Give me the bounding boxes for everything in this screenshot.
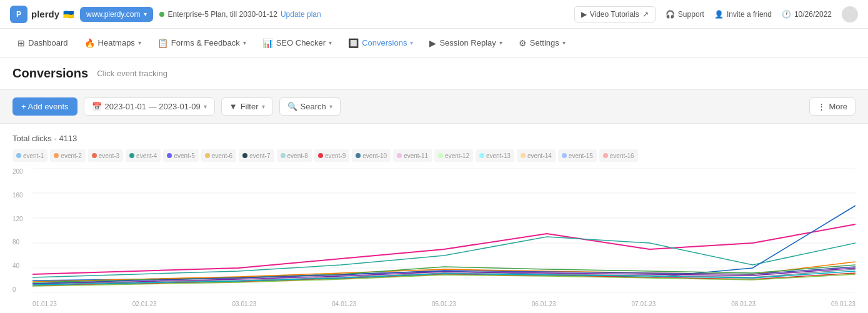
legend-item: event-9 [314,149,349,162]
total-clicks-label: Total clicks - 4113 [12,134,856,143]
nav-label-heatmaps: Heatmaps [98,38,135,47]
legend-item: event-13 [476,149,514,162]
topbar-left: P plerdy 🇺🇦 www.plerdy.com ▾ Enterprise-… [10,6,321,23]
search-chevron-icon: ▾ [329,103,332,110]
chart-container: Total clicks - 4113 event-1event-2event-… [0,123,868,313]
nav-item-heatmaps[interactable]: 🔥 Heatmaps ▾ [77,33,149,53]
legend-item: event-2 [50,149,85,162]
plan-status-dot [159,12,164,17]
video-icon: ▶ [581,10,587,19]
y-label: 0 [12,286,31,293]
nav-item-dashboard[interactable]: ⊞ Dashboard [10,33,76,53]
page-header: Conversions Click event tracking [0,57,868,90]
nav-label-forms: Forms & Feedback [171,38,240,47]
chart-wrapper: 20016012080400 [12,168,856,312]
site-url: www.plerdy.com [86,10,140,19]
x-label: 04.01.23 [332,301,356,307]
external-link-icon: ↗ [642,10,649,19]
chart-svg-area [32,168,856,293]
conversions-icon: 🔲 [348,38,359,48]
x-label: 08.01.23 [731,301,756,307]
legend-item: event-15 [558,149,597,162]
site-selector-button[interactable]: www.plerdy.com ▾ [80,7,153,22]
legend-item: event-16 [599,149,638,162]
y-label: 80 [12,239,31,246]
video-tutorials-label: Video Tutorials [590,10,639,19]
invite-label: Invite a friend [727,10,772,19]
date-value: 10/26/2022 [794,10,832,19]
logo-icon: P [10,6,27,23]
legend-item: event-10 [352,149,391,162]
toolbar: + Add events 📅 2023-01-01 — 2023-01-09 ▾… [0,90,868,123]
y-label: 120 [12,216,31,222]
chart-y-axis: 20016012080400 [12,168,31,293]
filter-chevron-icon: ▾ [262,103,265,110]
date-range-value: 2023-01-01 — 2023-01-09 [105,102,201,111]
heatmaps-chevron-icon: ▾ [138,39,141,46]
conversions-chevron-icon: ▾ [410,39,413,46]
nav-label-conversions: Conversions [362,38,407,47]
settings-icon: ⚙ [519,38,527,48]
page-title: Conversions [12,66,88,81]
more-button[interactable]: ⋮ More [809,97,856,116]
date-range-chevron-icon: ▾ [204,103,207,110]
legend-item: event-6 [201,149,236,162]
nav-item-forms-feedback[interactable]: 📋 Forms & Feedback ▾ [150,33,254,53]
y-label: 40 [12,262,31,269]
date-display: 🕐 10/26/2022 [782,10,832,19]
calendar-icon: 📅 [92,102,102,111]
invite-friend-link[interactable]: 👤 Invite a friend [714,10,772,19]
filter-button[interactable]: ▼ Filter ▾ [221,97,273,116]
nav-label-session-replay: Session Replay [439,38,496,47]
clock-icon: 🕐 [782,10,791,19]
legend-item: event-12 [434,149,473,162]
invite-icon: 👤 [714,10,724,19]
plan-badge: Enterprise-5 Plan, till 2030-01-12 Updat… [159,10,321,19]
chart-legend: event-1event-2event-3event-4event-5event… [12,149,856,162]
more-label: More [829,102,847,111]
filter-icon: ▼ [229,102,237,111]
nav-label-settings: Settings [530,38,559,47]
y-label: 160 [12,192,31,199]
legend-item: event-4 [126,149,161,162]
x-label: 05.01.23 [432,301,456,307]
update-plan-link[interactable]: Update plan [281,10,321,19]
nav-item-session-replay[interactable]: ▶ Session Replay ▾ [422,33,509,53]
chart-x-axis: 01.01.2302.01.2303.01.2304.01.2305.01.23… [32,296,856,312]
legend-item: event-5 [163,149,198,162]
search-icon: 🔍 [287,102,297,111]
heatmaps-icon: 🔥 [84,38,95,48]
nav-item-settings[interactable]: ⚙ Settings ▾ [511,33,573,53]
x-label: 02.01.23 [132,301,157,307]
support-label: Support [678,10,704,19]
x-label: 01.01.23 [32,301,57,307]
nav-item-conversions[interactable]: 🔲 Conversions ▾ [341,33,421,53]
filter-label: Filter [241,102,259,111]
video-tutorials-button[interactable]: ▶ Video Tutorials ↗ [574,6,656,22]
topbar: P plerdy 🇺🇦 www.plerdy.com ▾ Enterprise-… [0,0,868,29]
main-nav: ⊞ Dashboard 🔥 Heatmaps ▾ 📋 Forms & Feedb… [0,29,868,57]
seo-chevron-icon: ▾ [329,39,332,46]
legend-item: event-1 [12,149,47,162]
y-label: 200 [12,168,31,175]
search-label: Search [301,102,326,111]
session-replay-chevron-icon: ▾ [499,39,502,46]
search-button[interactable]: 🔍 Search ▾ [279,97,341,116]
date-range-picker[interactable]: 📅 2023-01-01 — 2023-01-09 ▾ [84,97,215,116]
logo: P plerdy 🇺🇦 [10,6,74,23]
nav-label-seo: SEO Checker [276,38,326,47]
legend-item: event-14 [517,149,556,162]
nav-label-dashboard: Dashboard [28,38,68,47]
support-link[interactable]: 🎧 Support [666,10,704,19]
legend-item: event-11 [393,149,432,162]
legend-item: event-3 [88,149,123,162]
plan-text: Enterprise-5 Plan, till 2030-01-12 [167,10,277,19]
ua-flag: 🇺🇦 [63,9,74,19]
more-dots-icon: ⋮ [817,102,826,111]
user-avatar[interactable] [842,6,858,22]
add-events-button[interactable]: + Add events [12,97,77,116]
legend-item: event-7 [239,149,274,162]
page-subtitle: Click event tracking [97,69,167,78]
forms-icon: 📋 [157,38,168,48]
nav-item-seo-checker[interactable]: 📊 SEO Checker ▾ [255,33,339,53]
